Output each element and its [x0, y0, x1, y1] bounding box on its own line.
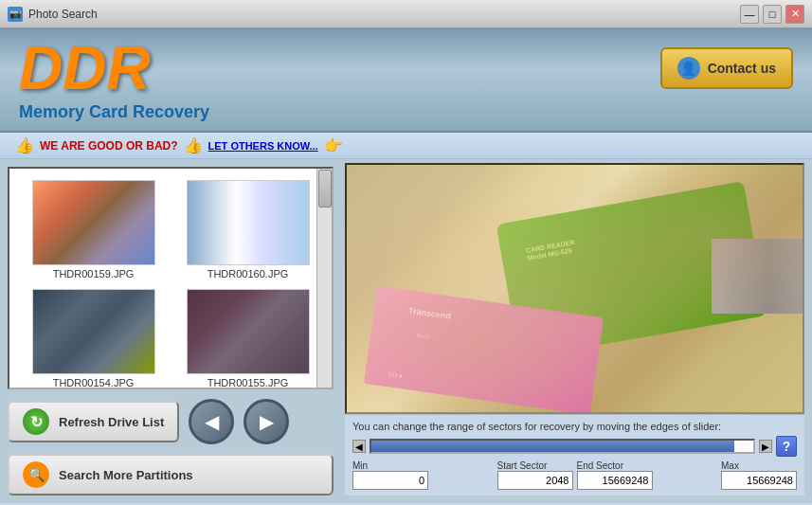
svg-text:🔍: 🔍 — [28, 467, 45, 483]
photo-thumbnail[interactable] — [32, 180, 155, 265]
banner-arrow-icon: 👉 — [324, 136, 343, 154]
end-sector-group: End Sector — [577, 460, 653, 490]
photo-scrollbar[interactable] — [316, 169, 332, 388]
maximize-button[interactable]: □ — [763, 5, 782, 24]
app-icon: 📷 — [8, 7, 23, 22]
prev-icon: ◀ — [205, 410, 219, 433]
list-item[interactable]: THDR00159.JPG — [21, 180, 166, 280]
refresh-icon: ↻ — [23, 408, 49, 435]
min-input[interactable] — [352, 471, 428, 490]
start-sector-group: Start Sector — [497, 460, 573, 490]
photo-grid: THDR00159.JPG THDR00160.JPG THDR00154.JP… — [9, 169, 332, 388]
banner-text1: WE ARE GOOD OR BAD? — [40, 139, 178, 153]
slider-left-arrow[interactable]: ◀ — [352, 440, 366, 453]
close-button[interactable]: ✕ — [785, 5, 804, 24]
main-content: THDR00159.JPG THDR00160.JPG THDR00154.JP… — [0, 159, 812, 503]
hand-overlay — [347, 165, 803, 412]
bottom-buttons: ↻ Refresh Drive List ◀ ▶ 🔍 — [8, 395, 334, 496]
banner: 👍 WE ARE GOOD OR BAD? 👍 LET OTHERS KNOW.… — [0, 133, 812, 159]
contact-icon: 👤 — [677, 57, 700, 80]
scrollbar-thumb[interactable] — [318, 170, 332, 207]
photo-filename: THDR00154.JPG — [53, 377, 135, 388]
photo-thumbnail[interactable] — [32, 289, 155, 374]
list-item[interactable]: THDR00155.JPG — [175, 289, 320, 388]
banner-text2[interactable]: LET OTHERS KNOW... — [208, 140, 318, 152]
start-sector-label: Start Sector — [497, 460, 548, 471]
list-item[interactable]: THDR00154.JPG — [21, 289, 166, 388]
slider-container[interactable]: ◀ ▶ ? — [352, 436, 797, 457]
refresh-label: Refresh Drive List — [59, 415, 164, 429]
app-subtitle: Memory Card Recovery — [19, 102, 209, 122]
contact-label: Contact us — [708, 61, 776, 76]
help-button[interactable]: ? — [776, 436, 797, 457]
slider-track[interactable] — [370, 439, 755, 454]
left-panel: THDR00159.JPG THDR00160.JPG THDR00154.JP… — [0, 159, 341, 503]
preview-image: CARD READERModel MG-525 Transcend flash … — [347, 165, 803, 412]
end-sector-label: End Sector — [577, 460, 623, 471]
photo-filename: THDR00160.JPG — [208, 268, 289, 280]
window-controls: — □ ✕ — [740, 5, 804, 24]
banner-thumb2-icon: 👍 — [184, 136, 203, 154]
photo-thumbnail[interactable] — [187, 180, 310, 265]
titlebar: 📷 Photo Search — □ ✕ — [0, 0, 812, 28]
refresh-drive-button[interactable]: ↻ Refresh Drive List — [8, 401, 179, 442]
header: DDR Memory Card Recovery 👤 Contact us — [0, 28, 812, 133]
sector-fields: Min Start Sector End Sector Max — [352, 460, 797, 490]
start-sector-input[interactable] — [497, 471, 573, 490]
preview-area: CARD READERModel MG-525 Transcend flash … — [345, 163, 804, 414]
banner-thumb-icon: 👍 — [15, 136, 34, 154]
max-input[interactable] — [721, 471, 797, 490]
max-field-group: Max — [721, 460, 797, 490]
photo-thumbnail[interactable] — [187, 289, 310, 374]
list-item[interactable]: THDR00160.JPG — [175, 180, 320, 280]
min-label: Min — [352, 460, 368, 471]
end-sector-input[interactable] — [577, 471, 653, 490]
search-icon: 🔍 — [23, 461, 49, 488]
search-partitions-button[interactable]: 🔍 Search More Partitions — [8, 454, 334, 496]
slider-right-arrow[interactable]: ▶ — [759, 440, 772, 453]
nav-buttons: ◀ ▶ — [189, 395, 289, 448]
minimize-button[interactable]: — — [740, 5, 759, 24]
prev-button[interactable]: ◀ — [189, 399, 234, 444]
sector-controls: You can change the range of sectors for … — [345, 414, 804, 496]
max-label: Max — [721, 460, 739, 471]
next-icon: ▶ — [260, 410, 274, 433]
right-panel: CARD READERModel MG-525 Transcend flash … — [341, 159, 812, 503]
photo-grid-container: THDR00159.JPG THDR00160.JPG THDR00154.JP… — [8, 167, 334, 389]
slider-fill — [371, 441, 734, 452]
photo-filename: THDR00159.JPG — [53, 268, 135, 280]
search-label: Search More Partitions — [59, 468, 193, 482]
ddr-logo: DDR — [19, 38, 209, 99]
min-field-group: Min — [352, 460, 428, 490]
window-title: Photo Search — [28, 8, 740, 21]
next-button[interactable]: ▶ — [244, 399, 289, 444]
contact-button[interactable]: 👤 Contact us — [660, 47, 793, 89]
photo-filename: THDR00155.JPG — [208, 377, 289, 388]
sector-description: You can change the range of sectors for … — [352, 421, 797, 432]
header-left: DDR Memory Card Recovery — [19, 38, 209, 122]
